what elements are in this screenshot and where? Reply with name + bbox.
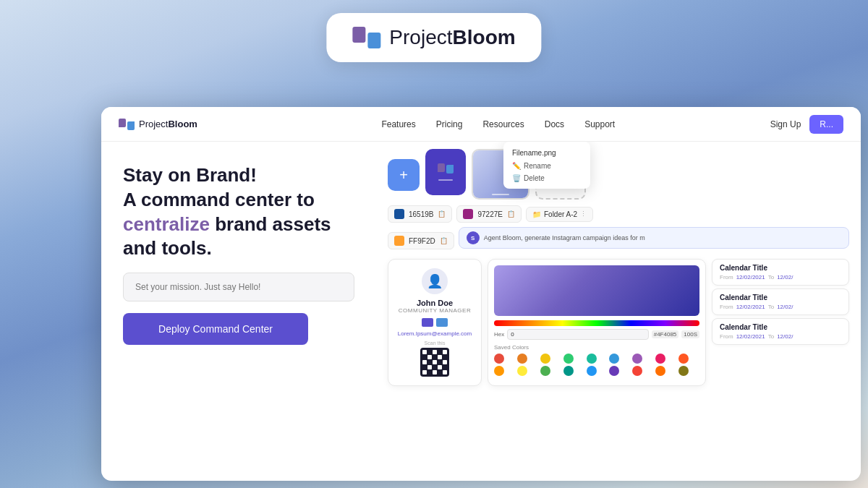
nav-link-resources[interactable]: Resources [482,119,524,129]
calendar-item-1: Calendar Title From 12/02/2021 To 12/02/ [712,259,849,286]
color-gradient[interactable] [494,265,699,316]
saved-color-13[interactable] [563,366,574,376]
saved-color-11[interactable] [517,366,527,376]
saved-color-14[interactable] [587,366,597,376]
saved-color-8[interactable] [655,354,665,364]
color-value-1: #4F4085 [652,330,679,338]
logo-card: ProjectBloom [326,13,541,62]
ai-prompt-bar[interactable]: S Agent Bloom, generate Instagram campai… [459,227,849,249]
saved-color-17[interactable] [655,366,665,376]
saved-colors-label: Saved Colors [494,344,699,351]
biz-email: Lorem.Ipsum@example.com [398,330,472,337]
ui-showcase: + + Upload [376,142,861,481]
saved-color-10[interactable] [494,366,504,376]
saved-color-5[interactable] [587,354,597,364]
color-swatch-row-2: FF9F2D 📋 S Agent Bloom, generate Instagr… [388,227,849,254]
nav-logo-p2 [127,121,135,130]
color-picker-panel: Hex #4F4085 100S Saved Colors [488,259,706,386]
biz-qr-code [420,348,449,377]
biz-name: John Doe [417,299,453,307]
hero-highlight-word: centralize [123,213,210,235]
nav-logo-icon [119,119,135,130]
calendar-item-3: Calendar Title From 12/02/2021 To 12/02/ [712,318,849,345]
deploy-button[interactable]: Deploy Command Center [123,313,308,345]
navbar: ProjectBloom Features Pricing Resources … [101,107,861,142]
saved-color-6[interactable] [609,354,619,364]
nav-link-docs[interactable]: Docs [545,119,564,129]
saved-color-7[interactable] [632,354,642,364]
nav-link-pricing[interactable]: Pricing [436,119,463,129]
biz-icon-1 [422,318,433,327]
color-value-2: 100S [681,330,699,338]
hex-label: Hex [494,331,504,338]
color-swatch-row: 16519B 📋 97227E 📋 📁 Folder A-2 ⋮ [388,205,849,223]
swatch-blue[interactable]: 16519B 📋 [388,205,452,223]
cal-title-1: Calendar Title [720,264,841,272]
logo-text: ProjectBloom [389,26,515,49]
nav-links: Features Pricing Resources Docs Support [226,119,770,129]
calendar-panel: Calendar Title From 12/02/2021 To 12/02/… [712,259,849,386]
context-menu: Filename.png ✏️ Rename 🗑️ Delete [503,142,590,189]
cal-dates-3: From 12/02/2021 To 12/02/ [720,333,841,340]
hex-input[interactable] [507,329,648,340]
file-thumb-logo [425,149,466,195]
cal-title-3: Calendar Title [720,323,841,331]
nav-brand-text: ProjectBloom [139,119,197,129]
mission-input[interactable] [123,273,354,301]
nav-cta-button[interactable]: R... [809,115,843,134]
context-menu-delete[interactable]: 🗑️ Delete [503,172,590,184]
nav-logo: ProjectBloom [119,119,197,130]
logo-p1-icon [352,27,365,43]
logo-icon [352,27,380,48]
bottom-showcase-row: 👤 John Doe COMMUNITY MANAGER Lorem.Ipsum… [388,259,849,386]
saved-color-1[interactable] [494,354,504,364]
biz-icon-2 [436,318,448,327]
cal-dates-1: From 12/02/2021 To 12/02/ [720,274,841,281]
add-file-button[interactable]: + [388,159,420,191]
biz-qr-label: Scan this [425,341,446,346]
saved-color-15[interactable] [609,366,619,376]
file-section: + + Upload [388,149,849,200]
nav-signup-link[interactable]: Sign Up [770,119,801,129]
swatch-orange[interactable]: FF9F2D 📋 [388,232,454,249]
swatch-blue-dot [394,209,404,219]
saved-color-16[interactable] [632,366,642,376]
swatch-purple-dot [463,209,473,219]
hero-section: Stay on Brand! A command center to centr… [101,142,376,481]
device-frame: ProjectBloom Features Pricing Resources … [101,107,861,481]
ai-avatar: S [467,231,480,244]
context-menu-title: Filename.png [503,146,590,160]
saved-color-4[interactable] [563,354,574,364]
saved-color-9[interactable] [678,354,689,364]
cal-title-2: Calendar Title [720,294,841,301]
color-controls: Hex #4F4085 100S [494,329,699,340]
nav-actions: Sign Up R... [770,115,843,134]
hue-slider[interactable] [494,320,699,326]
biz-title: COMMUNITY MANAGER [399,307,471,314]
nav-link-features[interactable]: Features [381,119,415,129]
nav-link-support[interactable]: Support [584,119,615,129]
nav-logo-p1 [119,119,126,127]
cal-dates-2: From 12/02/2021 To 12/02/ [720,304,841,310]
swatch-purple[interactable]: 97227E 📋 [456,205,521,223]
biz-social-icons [422,318,448,327]
folder-item[interactable]: 📁 Folder A-2 ⋮ [526,207,593,222]
logo-p2-icon [367,33,380,48]
calendar-item-2: Calendar Title From 12/02/2021 To 12/02/ [712,288,849,315]
saved-color-3[interactable] [540,354,550,364]
saved-color-2[interactable] [517,354,527,364]
main-content: Stay on Brand! A command center to centr… [101,142,861,481]
swatch-orange-dot [394,236,404,246]
biz-avatar: 👤 [422,268,448,294]
saved-color-18[interactable] [678,366,689,376]
context-menu-rename[interactable]: ✏️ Rename [503,160,590,172]
ai-prompt-text: Agent Bloom, generate Instagram campaign… [484,234,645,241]
business-card: 👤 John Doe COMMUNITY MANAGER Lorem.Ipsum… [388,259,482,386]
hero-headline: Stay on Brand! A command center to centr… [123,163,354,261]
saved-colors-grid [494,354,699,376]
saved-color-12[interactable] [540,366,550,376]
